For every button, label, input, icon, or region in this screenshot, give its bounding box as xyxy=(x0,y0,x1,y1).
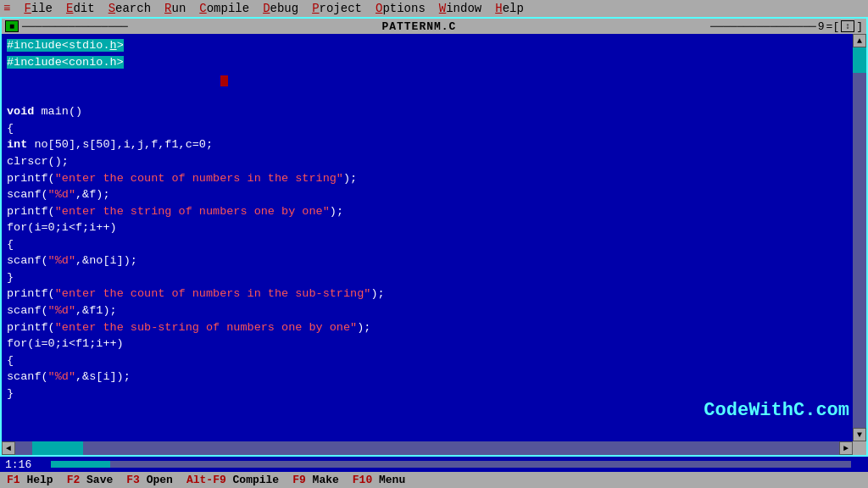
code-line-5: { xyxy=(7,120,848,137)
menu-compile[interactable]: Compile xyxy=(192,0,256,17)
menubar: ≡ File Edit Search Run Compile Debug Pro… xyxy=(0,0,868,17)
code-line-9: scanf("%d",&f); xyxy=(7,186,848,203)
menu-window[interactable]: Window xyxy=(432,0,488,17)
code-area[interactable]: #include<stdio.h> #include<conio.h> void… xyxy=(2,34,853,441)
filename-title: PATTERNM.C xyxy=(381,20,456,33)
code-line-15: printf("enter the count of numbers in th… xyxy=(7,286,848,302)
code-line-6: int no[50],s[50],i,j,f,f1,c=0; xyxy=(7,136,848,153)
scroll-track-bottom[interactable] xyxy=(15,441,839,455)
window-equals: =[ xyxy=(826,20,840,33)
code-line-cursor xyxy=(7,70,848,87)
menu-edit[interactable]: Edit xyxy=(59,0,102,17)
statusbar-keys-row: F1 Help F2 Save F3 Open Alt-F9 Compile F… xyxy=(0,472,868,488)
menu-help[interactable]: Help xyxy=(488,0,531,17)
code-line-1: #include<stdio.h> xyxy=(7,37,848,54)
code-line-11: for(i=0;i<f;i++) xyxy=(7,219,848,236)
code-line-12: { xyxy=(7,236,848,253)
code-line-7: clrscr(); xyxy=(7,153,848,170)
cursor-position: 1:16 xyxy=(5,458,31,471)
scrollbar-right[interactable]: ▲ ▼ xyxy=(853,34,866,441)
key-f2[interactable]: F2 Save xyxy=(65,474,115,486)
key-alt-f9[interactable]: Alt-F9 Compile xyxy=(185,474,281,486)
code-line-17: printf("enter the sub-string of numbers … xyxy=(7,319,848,336)
key-f10[interactable]: F10 Menu xyxy=(351,474,407,486)
close-icon: ■ xyxy=(9,22,14,31)
close-button[interactable]: ■ xyxy=(5,20,19,32)
code-line-4: void main() xyxy=(7,103,848,120)
scroll-indicator-track[interactable] xyxy=(51,461,851,468)
code-line-16: scanf("%d",&f1); xyxy=(7,302,848,319)
code-line-13: scanf("%d",&no[i]); xyxy=(7,252,848,269)
dashes-right: ──────────────── xyxy=(710,20,816,33)
editor-window: ■ ──────────────── PATTERNM.C ──────────… xyxy=(0,17,868,457)
code-line-20: scanf("%d",&s[i]); xyxy=(7,369,848,385)
menu-run[interactable]: Run xyxy=(158,0,192,17)
scrollbar-bottom[interactable]: ◄ ► xyxy=(2,441,853,455)
statusbar: 1:16 F1 Help F2 Save F3 Open Alt-F9 Comp… xyxy=(0,457,868,488)
window-number: 9 xyxy=(818,20,825,33)
scroll-thumb-right[interactable] xyxy=(853,47,866,73)
code-line-19: { xyxy=(7,352,848,369)
menu-icon[interactable]: ≡ xyxy=(3,2,10,15)
code-line-8: printf("enter the count of numbers in th… xyxy=(7,170,848,187)
scroll-right-button[interactable]: ► xyxy=(839,441,853,455)
scroll-down-button[interactable]: ▼ xyxy=(853,428,866,441)
key-f3[interactable]: F3 Open xyxy=(125,474,175,486)
scroll-left-button[interactable]: ◄ xyxy=(2,441,15,455)
key-f9[interactable]: F9 Make xyxy=(291,474,341,486)
scrollbar-corner xyxy=(853,441,866,455)
menu-project[interactable]: Project xyxy=(305,0,369,17)
code-line-14: } xyxy=(7,269,848,286)
watermark: CodeWithC.com xyxy=(704,400,849,421)
statusbar-position-row: 1:16 xyxy=(0,457,868,472)
menu-options[interactable]: Options xyxy=(369,0,432,17)
scroll-up-button[interactable]: ▲ xyxy=(853,34,866,47)
scroll-indicator-thumb[interactable] xyxy=(51,461,110,468)
scroll-icon: ↕ xyxy=(845,22,850,31)
dashes-left: ──────────────── xyxy=(22,20,128,33)
code-line-10: printf("enter the string of numbers one … xyxy=(7,203,848,220)
titlebar: ■ ──────────────── PATTERNM.C ──────────… xyxy=(2,19,866,34)
code-line-blank xyxy=(7,87,848,104)
code-line-18: for(i=0;i<f1;i++) xyxy=(7,336,848,352)
code-line-2: #include<conio.h> xyxy=(7,54,848,71)
scroll-indicator-row xyxy=(51,457,851,472)
menu-search[interactable]: Search xyxy=(102,0,158,17)
scroll-thumb-bottom[interactable] xyxy=(32,441,83,455)
bracket-close: ] xyxy=(856,20,863,33)
key-f1[interactable]: F1 Help xyxy=(5,474,55,486)
menu-file[interactable]: File xyxy=(17,0,59,17)
scroll-track-right[interactable] xyxy=(853,47,866,428)
scroll-button[interactable]: ↕ xyxy=(841,20,854,32)
menu-debug[interactable]: Debug xyxy=(256,0,305,17)
